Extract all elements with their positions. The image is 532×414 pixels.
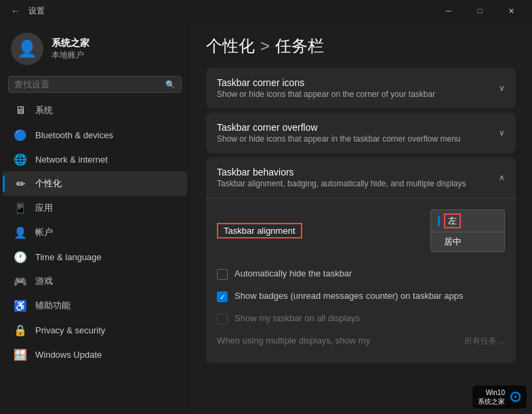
user-subtitle: 本地账户 — [52, 49, 89, 61]
badges-checkbox[interactable]: ✓ — [217, 291, 228, 302]
watermark-line2: 系统之家 — [478, 397, 505, 406]
sidebar-item-label: 应用 — [35, 202, 53, 214]
maximize-button[interactable]: □ — [464, 0, 495, 22]
user-icon: 👤 — [17, 39, 37, 58]
sidebar-item-label: 个性化 — [35, 178, 62, 190]
alignment-dropdown[interactable]: 左 居中 — [430, 209, 505, 252]
section-corner-icons-header[interactable]: Taskbar corner icons Show or hide icons … — [206, 68, 516, 108]
multiple-displays-label: When using multiple displays, show my — [217, 335, 370, 346]
section-title-block: Taskbar corner icons Show or hide icons … — [217, 77, 493, 99]
section-title-block: Taskbar corner overflow Show or hide ico… — [217, 122, 493, 144]
section-chevron: ∧ — [499, 173, 505, 182]
titlebar-left: ← 设置 — [8, 3, 45, 19]
system-icon: 🖥 — [14, 104, 27, 117]
sidebar-item-personalization[interactable]: ✏ 个性化 — [3, 171, 187, 196]
sidebar-item-apps[interactable]: 📱 应用 — [3, 196, 187, 220]
privacy-icon: 🔒 — [14, 323, 27, 337]
search-icon: 🔍 — [165, 80, 176, 89]
sidebar-item-label: Bluetooth & devices — [35, 130, 113, 140]
badges-row: ✓ Show badges (unread messages counter) … — [217, 285, 505, 308]
section-title-block: Taskbar behaviors Taskbar alignment, bad… — [217, 167, 493, 188]
sidebar-item-network[interactable]: 🌐 Network & internet — [3, 147, 187, 171]
watermark-text: Win10 系统之家 — [478, 388, 505, 406]
alignment-label: Taskbar alignment — [217, 223, 302, 239]
sidebar-item-label: Time & language — [35, 252, 102, 262]
back-button[interactable]: ← — [8, 3, 23, 19]
accessibility-icon: ♿ — [14, 299, 27, 312]
content-header: 个性化 > 任务栏 — [190, 22, 532, 68]
apps-icon: 📱 — [14, 201, 27, 215]
option-left-label: 左 — [444, 213, 461, 228]
titlebar: ← 设置 ─ □ ✕ — [0, 0, 532, 22]
search-input[interactable] — [14, 79, 161, 89]
section-subtitle: Taskbar alignment, badging, automaticall… — [217, 179, 493, 188]
breadcrumb: 个性化 > 任务栏 — [206, 35, 516, 57]
section-corner-overflow-header[interactable]: Taskbar corner overflow Show or hide ico… — [206, 112, 516, 153]
sidebar-item-label: 辅助功能 — [35, 299, 70, 312]
content-panel: 个性化 > 任务栏 Taskbar corner icons Show or h… — [190, 22, 532, 414]
alignment-row: Taskbar alignment 左 居中 — [217, 204, 505, 257]
time-icon: 🕐 — [14, 250, 27, 264]
sidebar-item-accessibility[interactable]: ♿ 辅助功能 — [3, 293, 187, 318]
sidebar-item-label: 系统 — [35, 104, 53, 117]
close-button[interactable]: ✕ — [495, 0, 527, 22]
sidebar-item-bluetooth[interactable]: 🔵 Bluetooth & devices — [3, 123, 187, 147]
checkmark-icon: ✓ — [220, 293, 226, 302]
section-corner-overflow: Taskbar corner overflow Show or hide ico… — [206, 112, 516, 153]
auto-hide-label: Automatically hide the taskbar — [234, 268, 352, 278]
breadcrumb-current: 任务栏 — [275, 35, 324, 57]
sidebar-item-update[interactable]: 🪟 Windows Update — [3, 342, 187, 367]
search-container: 🔍 — [0, 73, 190, 98]
titlebar-title: 设置 — [28, 5, 45, 17]
multiple-displays-value: 所有任务… — [464, 335, 505, 347]
option-center-label: 居中 — [444, 236, 462, 248]
option-spacer — [438, 236, 440, 247]
section-behaviors-header[interactable]: Taskbar behaviors Taskbar alignment, bad… — [206, 157, 516, 198]
user-profile[interactable]: 👤 系统之家 本地账户 — [0, 22, 190, 73]
minimize-button[interactable]: ─ — [433, 0, 464, 22]
sidebar-item-label: 游戏 — [35, 275, 53, 287]
network-icon: 🌐 — [14, 152, 27, 166]
watermark: Win10 系统之家 ⊙ — [472, 386, 527, 409]
badges-label: Show badges (unread messages counter) on… — [234, 291, 463, 301]
all-displays-label: Show my taskbar on all displays — [234, 313, 360, 323]
sidebar-item-privacy[interactable]: 🔒 Privacy & security — [3, 318, 187, 342]
accounts-icon: 👤 — [14, 226, 27, 239]
section-title: Taskbar corner overflow — [217, 122, 493, 133]
sidebar-item-label: 帐户 — [35, 226, 53, 239]
titlebar-controls: ─ □ ✕ — [433, 0, 527, 22]
auto-hide-checkbox[interactable] — [217, 269, 228, 280]
multiple-displays-row: When using multiple displays, show my 所有… — [217, 330, 505, 352]
section-subtitle: Show or hide icons that appear on the co… — [217, 89, 493, 99]
breadcrumb-parent: 个性化 — [206, 35, 255, 57]
avatar: 👤 — [11, 33, 43, 65]
sidebar-item-system[interactable]: 🖥 系统 — [3, 98, 187, 123]
auto-hide-row: Automatically hide the taskbar — [217, 263, 505, 285]
gaming-icon: 🎮 — [14, 274, 27, 288]
main-layout: 👤 系统之家 本地账户 🔍 🖥 系统 🔵 Bluetooth & devices — [0, 22, 532, 414]
sidebar: 👤 系统之家 本地账户 🔍 🖥 系统 🔵 Bluetooth & devices — [0, 22, 190, 414]
personalization-icon: ✏ — [14, 177, 27, 190]
watermark-line1: Win10 — [478, 388, 505, 397]
sidebar-item-accounts[interactable]: 👤 帐户 — [3, 220, 187, 245]
section-expanded: Taskbar alignment 左 居中 — [206, 198, 516, 363]
update-icon: 🪟 — [14, 348, 27, 361]
all-displays-checkbox[interactable] — [217, 314, 228, 325]
sidebar-item-label: Privacy & security — [35, 325, 105, 335]
section-chevron: ∨ — [499, 128, 505, 138]
alignment-option-left[interactable]: 左 — [431, 210, 504, 232]
alignment-dropdown-container: 左 居中 — [430, 209, 505, 252]
section-title: Taskbar behaviors — [217, 167, 493, 178]
sidebar-item-gaming[interactable]: 🎮 游戏 — [3, 269, 187, 293]
bluetooth-icon: 🔵 — [14, 128, 27, 142]
section-chevron: ∨ — [499, 83, 505, 93]
search-box[interactable]: 🔍 — [8, 76, 182, 93]
all-displays-row: Show my taskbar on all displays — [217, 308, 505, 330]
alignment-option-center[interactable]: 居中 — [431, 232, 504, 251]
sidebar-item-label: Windows Update — [35, 350, 102, 360]
user-info: 系统之家 本地账户 — [52, 37, 89, 61]
sidebar-item-time[interactable]: 🕐 Time & language — [3, 245, 187, 269]
nav-list: 🖥 系统 🔵 Bluetooth & devices 🌐 Network & i… — [0, 98, 190, 367]
section-subtitle: Show or hide icons that appear in the ta… — [217, 134, 493, 144]
option-indicator — [438, 215, 440, 226]
